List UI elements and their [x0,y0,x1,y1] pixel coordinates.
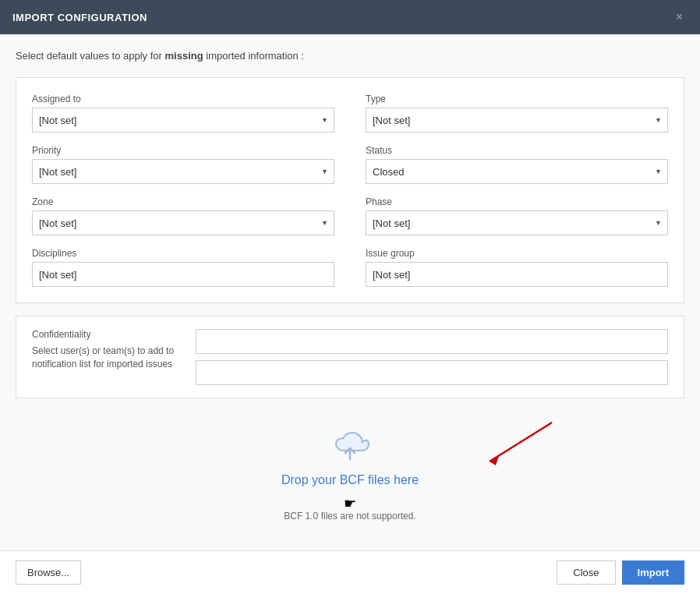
assigned-to-select[interactable]: [Not set] [32,108,334,133]
close-icon[interactable]: × [671,9,688,25]
drop-zone-hint: BCF 1.0 files are not supported. [284,511,415,522]
dialog-title: IMPORT CONFIGURATION [12,12,147,23]
browse-button[interactable]: Browse... [16,560,81,585]
confidentiality-label-block: Confidentiality Select user(s) or team(s… [32,329,188,371]
form-section: Assigned to [Not set] Type [Not set] [16,77,684,303]
drop-zone: Drop your BCF files here ☛ BCF 1.0 files… [16,411,684,529]
status-select[interactable]: [Not set] Closed [366,159,668,184]
phase-label: Phase [366,196,668,207]
disciplines-input[interactable] [32,262,334,287]
status-label: Status [366,145,668,156]
zone-field: Zone [Not set] [32,196,334,235]
phase-select[interactable]: [Not set] [366,210,668,235]
priority-field: Priority [Not set] [32,145,334,184]
cloud-upload-icon [327,426,373,465]
zone-label: Zone [32,196,334,207]
form-grid: Assigned to [Not set] Type [Not set] [32,94,668,287]
close-button[interactable]: Close [557,560,615,585]
confidentiality-section: Confidentiality Select user(s) or team(s… [16,316,684,398]
priority-label: Priority [32,145,334,156]
subtitle-after: imported information : [203,50,304,62]
dialog-footer: Browse... Close Import [0,550,700,594]
import-button[interactable]: Import [622,560,684,585]
assigned-to-select-wrapper: [Not set] [32,108,334,133]
svg-line-0 [490,423,552,461]
drop-zone-link[interactable]: Drop your BCF files here [281,473,419,487]
dialog-body: Select default values to apply for missi… [0,34,700,550]
import-configuration-dialog: IMPORT CONFIGURATION × Select default va… [0,0,700,594]
phase-field: Phase [Not set] [366,196,668,235]
phase-select-wrapper: [Not set] [366,210,668,235]
disciplines-label: Disciplines [32,248,334,259]
confidentiality-description: Select user(s) or team(s) to add to noti… [32,345,188,371]
type-label: Type [366,94,668,104]
status-select-wrapper: [Not set] Closed [366,159,668,184]
cursor-hand-icon: ☛ [344,495,356,512]
type-select[interactable]: [Not set] [366,108,668,133]
assigned-to-label: Assigned to [32,94,334,104]
issue-group-input[interactable] [366,262,668,287]
priority-select[interactable]: [Not set] [32,159,334,184]
subtitle-before: Select default values to apply for [16,50,165,62]
status-field: Status [Not set] Closed [366,145,668,184]
priority-select-wrapper: [Not set] [32,159,334,184]
subtitle: Select default values to apply for missi… [16,50,684,62]
confidentiality-input-2[interactable] [196,360,668,385]
confidentiality-inputs [196,329,668,385]
type-field: Type [Not set] [366,94,668,133]
type-select-wrapper: [Not set] [366,108,668,133]
confidentiality-input-1[interactable] [196,329,668,354]
subtitle-bold: missing [165,50,203,62]
arrow-indicator [466,419,560,476]
zone-select[interactable]: [Not set] [32,210,334,235]
dialog-header: IMPORT CONFIGURATION × [0,0,700,34]
confidentiality-title: Confidentiality [32,329,188,340]
assigned-to-field: Assigned to [Not set] [32,94,334,133]
issue-group-field: Issue group [366,248,668,287]
footer-right: Close Import [557,560,684,585]
issue-group-label: Issue group [366,248,668,259]
disciplines-field: Disciplines [32,248,334,287]
zone-select-wrapper: [Not set] [32,210,334,235]
